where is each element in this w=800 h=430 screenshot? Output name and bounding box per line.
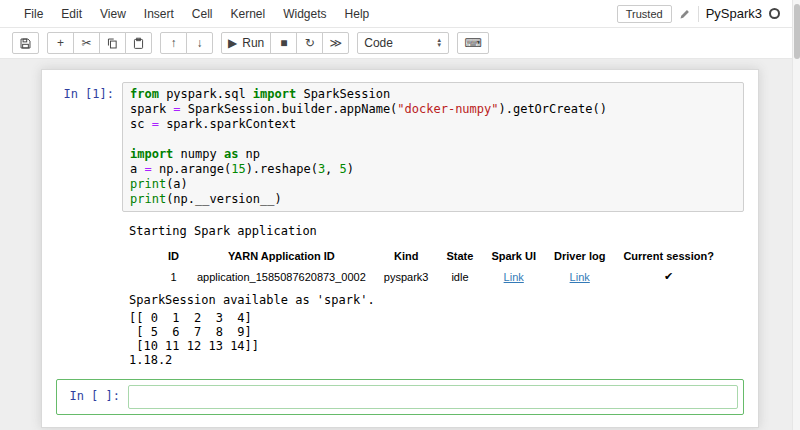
menubar-right: Trusted PySpark3: [617, 5, 790, 23]
table-cell: 1: [159, 266, 188, 287]
command-palette-button[interactable]: ⌨: [457, 32, 488, 54]
toolbar: + ✂ ↑ ↓ ▶ Run ■ ↻: [0, 28, 800, 59]
menu-item-file[interactable]: File: [15, 2, 52, 26]
kernel-name: PySpark3: [706, 6, 762, 21]
menu-item-edit[interactable]: Edit: [52, 2, 91, 26]
trusted-button[interactable]: Trusted: [617, 5, 672, 23]
table-cell: Link: [482, 266, 545, 287]
table-cell: idle: [437, 266, 482, 287]
spark-session-table: IDYARN Application IDKindStateSpark UIDr…: [159, 246, 723, 287]
empty-code-editor[interactable]: [128, 385, 738, 409]
table-header-cell: Spark UI: [482, 246, 545, 266]
table-cell: ✔: [614, 266, 722, 287]
table-cell: pyspark3: [375, 266, 438, 287]
table-cell: application_1585087620873_0002: [188, 266, 375, 287]
output-area: Starting Spark application IDYARN Applic…: [122, 224, 744, 367]
select-caret-icon: ▲▼: [436, 38, 442, 48]
code-editor[interactable]: from pyspark.sql import SparkSessionspar…: [122, 82, 744, 212]
run-label: Run: [242, 36, 264, 50]
kernel-idle-icon: [769, 8, 780, 19]
keyboard-icon: ⌨: [464, 37, 481, 49]
driver-log-link[interactable]: Link: [570, 271, 590, 283]
spark-status-text: Starting Spark application: [129, 224, 737, 238]
code-cell-2-selected[interactable]: In [ ]:: [56, 379, 744, 415]
menu-item-widgets[interactable]: Widgets: [274, 2, 335, 26]
scissors-icon: ✂: [81, 37, 91, 49]
cell-type-value: Code: [364, 36, 393, 50]
stop-button[interactable]: ■: [270, 32, 297, 54]
add-cell-button[interactable]: +: [47, 32, 74, 54]
arrow-down-icon: ↓: [197, 37, 203, 49]
table-cell: Link: [545, 266, 614, 287]
kernel-separator: [698, 6, 699, 22]
menu-item-kernel[interactable]: Kernel: [222, 2, 275, 26]
scrollbar-thumb[interactable]: [794, 4, 800, 59]
code-cell-1[interactable]: In [1]: from pyspark.sql import SparkSes…: [56, 82, 744, 212]
save-button[interactable]: [12, 32, 39, 54]
table-header-cell: Current session?: [614, 246, 722, 266]
menu-item-insert[interactable]: Insert: [135, 2, 183, 26]
spark-session-text: SparkSession available as 'spark'.: [129, 293, 737, 307]
table-header-cell: ID: [159, 246, 188, 266]
restart-kernel-button[interactable]: ↻: [296, 32, 323, 54]
copy-cell-button[interactable]: [99, 32, 126, 54]
plus-icon: +: [57, 37, 64, 49]
pencil-icon: [679, 8, 691, 20]
paste-icon: [132, 37, 145, 50]
restart-icon: ↻: [305, 37, 315, 49]
table-header-cell: YARN Application ID: [188, 246, 375, 266]
table-row: 1application_1585087620873_0002pyspark3i…: [159, 266, 723, 287]
spark-ui-link[interactable]: Link: [504, 271, 524, 283]
save-icon: [19, 37, 32, 50]
menubar: FileEditViewInsertCellKernelWidgetsHelp …: [0, 0, 800, 28]
input-prompt-empty: In [ ]:: [62, 385, 128, 409]
scrollbar[interactable]: [792, 0, 800, 430]
run-button[interactable]: ▶ Run: [221, 32, 271, 54]
paste-cell-button[interactable]: [125, 32, 152, 54]
fast-forward-icon: ≫: [329, 37, 342, 49]
table-header-cell: Driver log: [545, 246, 614, 266]
table-header-row: IDYARN Application IDKindStateSpark UIDr…: [159, 246, 723, 266]
cut-cell-button[interactable]: ✂: [73, 32, 100, 54]
play-icon: ▶: [228, 37, 237, 49]
notebook-container: In [1]: from pyspark.sql import SparkSes…: [41, 69, 759, 428]
restart-run-all-button[interactable]: ≫: [322, 32, 349, 54]
stdout-result: [[ 0 1 2 3 4] [ 5 6 7 8 9] [10 11 12 13 …: [129, 311, 737, 367]
table-header-cell: State: [437, 246, 482, 266]
notebook-background: In [1]: from pyspark.sql import SparkSes…: [0, 59, 800, 430]
menubar-items: FileEditViewInsertCellKernelWidgetsHelp: [15, 2, 378, 26]
move-up-button[interactable]: ↑: [160, 32, 187, 54]
cell-type-select[interactable]: Code ▲▼: [357, 32, 449, 54]
table-header-cell: Kind: [375, 246, 438, 266]
input-prompt: In [1]:: [56, 82, 122, 212]
menu-item-view[interactable]: View: [91, 2, 135, 26]
menu-item-cell[interactable]: Cell: [183, 2, 222, 26]
move-down-button[interactable]: ↓: [186, 32, 213, 54]
copy-icon: [106, 37, 119, 50]
menu-item-help[interactable]: Help: [336, 2, 379, 26]
arrow-up-icon: ↑: [171, 37, 177, 49]
stop-icon: ■: [280, 37, 287, 49]
